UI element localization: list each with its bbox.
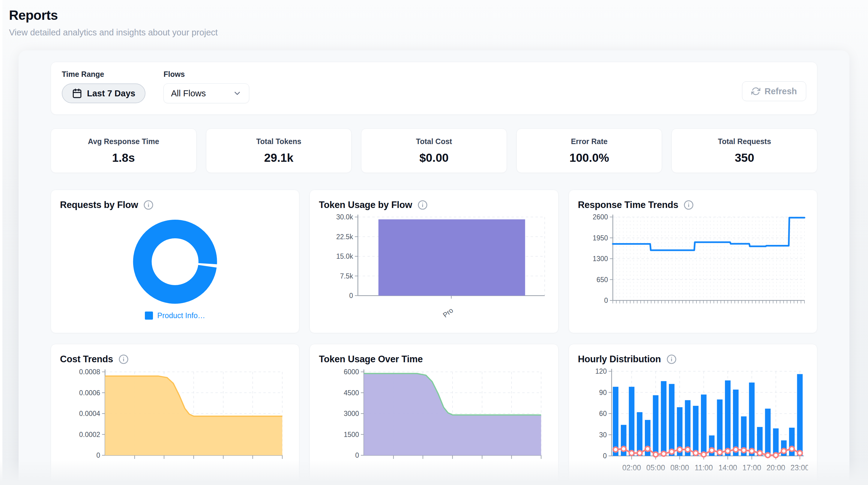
svg-text:1500: 1500 — [344, 431, 359, 438]
stat-card-total-cost: Total Cost $0.00 — [361, 129, 507, 173]
svg-text:05:00: 05:00 — [646, 463, 665, 472]
svg-text:60: 60 — [599, 410, 607, 418]
page-header: Reports View detailed analytics and insi… — [0, 0, 868, 37]
svg-text:0: 0 — [349, 292, 353, 299]
svg-text:02:00: 02:00 — [622, 463, 641, 472]
svg-text:0.0008: 0.0008 — [79, 368, 100, 376]
svg-text:0: 0 — [355, 451, 359, 459]
flows-selected-value: All Flows — [171, 89, 206, 98]
svg-text:0.0006: 0.0006 — [79, 389, 100, 397]
chart-card-hourly-distribution: Hourly Distribution 030609012002:0005:00… — [569, 344, 817, 485]
svg-text:7.5k: 7.5k — [340, 272, 353, 280]
refresh-button[interactable]: Refresh — [742, 81, 806, 101]
svg-text:2600: 2600 — [593, 213, 608, 221]
stats-row: Avg Response Time 1.8s Total Tokens 29.1… — [51, 129, 817, 173]
svg-text:17:00: 17:00 — [742, 463, 761, 472]
stat-label: Total Requests — [718, 137, 771, 146]
chart-card-token-usage-by-flow: Token Usage by Flow 07.5k15.0k22.5k30.0k… — [310, 190, 558, 333]
svg-text:30.0k: 30.0k — [336, 213, 353, 221]
info-icon[interactable] — [119, 354, 129, 364]
chart-card-requests-by-flow: Requests by Flow Product Info… — [51, 190, 299, 333]
svg-text:120: 120 — [595, 367, 607, 375]
time-range-group: Time Range Last 7 Days — [62, 70, 146, 107]
stat-label: Error Rate — [571, 137, 607, 146]
chart-title: Hourly Distribution — [578, 354, 661, 365]
content-panel: Time Range Last 7 Days Flows — [19, 50, 849, 485]
svg-text:20:00: 20:00 — [766, 463, 785, 472]
chart-title: Token Usage Over Time — [319, 354, 423, 365]
svg-text:4500: 4500 — [344, 389, 359, 397]
info-icon[interactable] — [666, 354, 677, 364]
page-subtitle: View detailed analytics and insights abo… — [9, 28, 868, 37]
svg-text:14:00: 14:00 — [718, 463, 737, 472]
chart-card-response-time-trends: Response Time Trends 0650130019502600 — [569, 190, 817, 333]
refresh-icon — [751, 87, 760, 96]
stat-card-total-requests: Total Requests 350 — [672, 129, 817, 173]
svg-text:0: 0 — [604, 296, 608, 304]
flows-label: Flows — [163, 70, 249, 79]
chevron-down-icon — [233, 89, 242, 98]
flows-group: Flows All Flows — [163, 70, 249, 107]
svg-text:22.5k: 22.5k — [336, 233, 353, 241]
donut-chart[interactable] — [60, 212, 290, 309]
bar-line-chart[interactable]: 030609012002:0005:0008:0011:0014:0017:00… — [578, 367, 808, 485]
svg-text:1950: 1950 — [593, 234, 608, 242]
chart-title: Response Time Trends — [578, 200, 678, 210]
svg-text:3000: 3000 — [344, 410, 359, 418]
chart-legend[interactable]: Product Info… — [60, 311, 290, 320]
stat-label: Total Tokens — [256, 137, 301, 146]
line-chart[interactable]: 0650130019502600 — [578, 212, 808, 314]
time-range-button[interactable]: Last 7 Days — [62, 83, 146, 103]
svg-text:0.0004: 0.0004 — [79, 410, 100, 418]
calendar-icon — [72, 88, 82, 98]
svg-text:30: 30 — [599, 431, 607, 439]
area-chart[interactable]: 01500300045006000 — [319, 367, 549, 485]
svg-text:1300: 1300 — [593, 255, 608, 263]
charts-grid: Requests by Flow Product Info… Token Usa… — [51, 190, 817, 485]
stat-value: 1.8s — [112, 151, 135, 165]
info-icon[interactable] — [417, 200, 428, 210]
flows-select[interactable]: All Flows — [163, 83, 249, 103]
legend-label: Product Info… — [157, 311, 205, 320]
svg-text:0: 0 — [603, 452, 607, 460]
svg-text:15.0k: 15.0k — [336, 252, 353, 260]
svg-text:6000: 6000 — [344, 368, 359, 376]
info-icon[interactable] — [143, 200, 154, 210]
time-range-value: Last 7 Days — [87, 89, 135, 98]
refresh-label: Refresh — [765, 86, 797, 96]
svg-text:0: 0 — [96, 451, 100, 459]
filter-bar: Time Range Last 7 Days Flows — [51, 62, 817, 115]
legend-swatch — [145, 312, 153, 320]
svg-text:650: 650 — [596, 276, 608, 284]
svg-text:90: 90 — [599, 389, 607, 396]
chart-card-cost-trends: Cost Trends 00.00020.00040.00060.0008 — [51, 344, 299, 485]
stat-card-total-tokens: Total Tokens 29.1k — [206, 129, 352, 173]
left-edge-strip — [0, 0, 2, 485]
stat-label: Total Cost — [416, 137, 452, 146]
chart-title: Cost Trends — [60, 354, 113, 365]
stat-value: 350 — [735, 151, 754, 165]
stat-card-error-rate: Error Rate 100.0% — [517, 129, 662, 173]
stat-value: $0.00 — [419, 151, 449, 165]
svg-text:Pro: Pro — [441, 306, 455, 319]
svg-text:11:00: 11:00 — [695, 463, 713, 472]
bar-chart[interactable]: 07.5k15.0k22.5k30.0kPro — [319, 212, 549, 323]
stat-value: 100.0% — [569, 151, 609, 165]
chart-card-token-usage-over-time: Token Usage Over Time 01500300045006000 — [310, 344, 558, 485]
stat-label: Avg Response Time — [88, 137, 159, 146]
svg-text:0.0002: 0.0002 — [79, 431, 100, 438]
info-icon[interactable] — [684, 200, 694, 210]
time-range-label: Time Range — [62, 70, 146, 79]
page-title: Reports — [9, 8, 868, 23]
stat-value: 29.1k — [264, 151, 293, 165]
area-chart[interactable]: 00.00020.00040.00060.0008 — [60, 367, 290, 485]
chart-title: Requests by Flow — [60, 200, 138, 210]
svg-text:23:00: 23:00 — [790, 463, 808, 472]
stat-card-avg-response-time: Avg Response Time 1.8s — [51, 129, 196, 173]
chart-title: Token Usage by Flow — [319, 200, 412, 210]
svg-text:08:00: 08:00 — [670, 463, 689, 472]
